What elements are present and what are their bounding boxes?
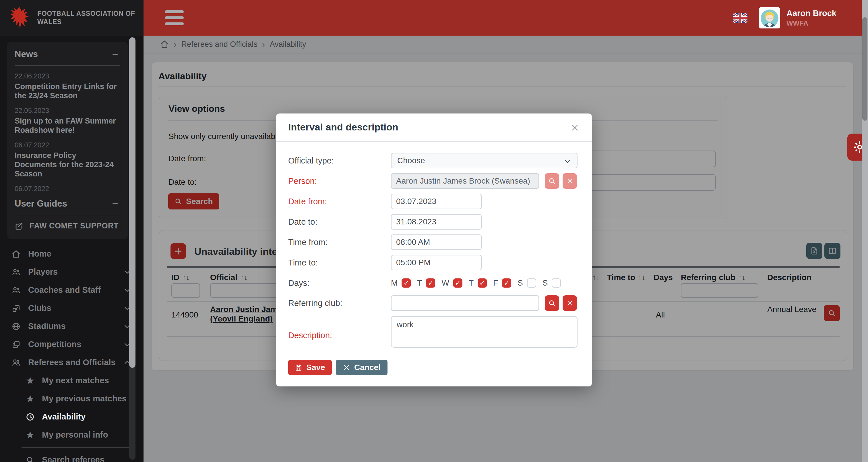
official-type-label: Official type: [288, 153, 334, 168]
sidebar-item-label: Competitions [28, 340, 116, 349]
collapse-icon[interactable] [111, 50, 120, 59]
referring-club-input[interactable] [391, 295, 539, 311]
globe-icon [11, 322, 21, 331]
clock-icon [26, 412, 34, 421]
window-scrollbar-thumb[interactable] [862, 17, 867, 121]
chevron-down-icon [564, 157, 571, 165]
description-textarea[interactable]: work [391, 316, 578, 348]
day-letter: S [518, 279, 523, 288]
sidebar-divider [22, 447, 135, 448]
day-checkbox-fri[interactable] [502, 279, 511, 288]
user-guides-panel: User Guides FAW COMET SUPPORT [7, 191, 128, 239]
day-checkbox-thu[interactable] [477, 279, 487, 288]
interval-description-modal: Interval and description Official type: … [276, 114, 592, 386]
user-menu[interactable]: Aaron Brock WWFA [759, 7, 836, 28]
sidebar-item-players[interactable]: Players [0, 263, 144, 281]
date-from-input[interactable] [391, 194, 482, 209]
day-checkbox-mon[interactable] [402, 279, 411, 288]
official-type-value: Choose [397, 156, 425, 165]
user-guides-title: User Guides [14, 199, 67, 209]
cancel-button[interactable]: Cancel [336, 360, 388, 375]
time-to-input[interactable] [391, 255, 482, 270]
header-bar: Aaron Brock WWFA [144, 0, 868, 36]
sidebar-item-search-referees[interactable]: Search referees [0, 451, 144, 462]
official-type-select[interactable]: Choose [391, 153, 578, 168]
org-name: FOOTBALL ASSOCIATION OF WALES [37, 9, 135, 26]
sidebar-item-availability[interactable]: Availability [0, 408, 144, 426]
user-org: WWFA [786, 19, 836, 27]
days-checkbox-group: M T W T F S S [391, 279, 564, 288]
person-clear-button[interactable] [563, 173, 577, 189]
news-item-date: 22.05.2023 [14, 107, 120, 115]
menu-toggle-button[interactable] [165, 10, 184, 25]
news-item-title[interactable]: Insurance Policy Documents for the 2023-… [14, 151, 120, 178]
time-from-label: Time from: [288, 234, 328, 250]
days-label: Days: [288, 279, 309, 288]
description-label: Description: [288, 327, 332, 343]
faw-comet-support-link[interactable]: FAW COMET SUPPORT [14, 222, 120, 230]
sidebar-subitem-label: My next matches [42, 376, 109, 385]
org-name-line2: WALES [37, 18, 135, 26]
news-item-date: 22.06.2023 [14, 72, 120, 80]
sidebar: News 22.06.2023 Competition Entry Links … [0, 36, 144, 462]
sidebar-item-my-next-matches[interactable]: ★ My next matches [0, 372, 144, 389]
search-icon [26, 456, 34, 462]
day-letter: M [391, 279, 398, 288]
sidebar-item-label: Coaches and Staff [28, 285, 116, 295]
top-header: FOOTBALL ASSOCIATION OF WALES [0, 0, 868, 36]
day-checkbox-wed[interactable] [453, 279, 462, 288]
day-checkbox-tue[interactable] [426, 279, 435, 288]
sidebar-scrollbar-thumb[interactable] [129, 37, 135, 368]
sidebar-item-label: Referees and Officials [28, 358, 116, 367]
time-from-input[interactable] [391, 234, 482, 250]
sidebar-item-coaches[interactable]: Coaches and Staff [0, 281, 144, 299]
day-checkbox-sat[interactable] [527, 279, 536, 288]
collapse-icon[interactable] [111, 199, 120, 209]
news-item-title[interactable]: Sign up to an FAW Summer Roadshow here! [14, 116, 120, 135]
referring-club-clear-button[interactable] [563, 295, 577, 311]
day-letter: T [417, 279, 422, 288]
day-letter: F [493, 279, 498, 288]
news-item-title[interactable]: Competition Entry Links for the 23/24 Se… [14, 82, 120, 100]
save-button[interactable]: Save [288, 360, 332, 375]
sidebar-item-clubs[interactable]: Clubs [0, 299, 144, 317]
sidebar-subitem-label: Availability [42, 412, 86, 422]
date-to-input[interactable] [391, 214, 482, 230]
day-letter: S [542, 279, 548, 288]
sidebar-item-my-personal-info[interactable]: ★ My personal info [0, 426, 144, 444]
close-icon[interactable] [569, 122, 580, 133]
home-icon [11, 250, 21, 259]
competitions-icon [11, 340, 21, 349]
days-row: Days: M T W T F S S [276, 279, 592, 288]
referring-club-search-button[interactable] [545, 295, 559, 311]
cancel-button-label: Cancel [354, 363, 381, 372]
date-to-label: Date to: [288, 214, 317, 230]
sidebar-item-my-previous-matches[interactable]: ★ My previous matches [0, 389, 144, 408]
time-to-label: Time to: [288, 255, 318, 270]
sidebar-subitem-label: My previous matches [42, 394, 127, 403]
sidebar-item-referees[interactable]: Referees and Officials [0, 353, 144, 372]
star-icon: ★ [26, 376, 34, 385]
person-input[interactable] [391, 173, 539, 189]
referring-club-label: Referring club: [288, 295, 342, 311]
faw-dragon-logo [8, 5, 30, 30]
cancel-x-icon [343, 364, 350, 371]
app-window: FOOTBALL ASSOCIATION OF WALES [0, 0, 868, 462]
user-info: Aaron Brock WWFA [786, 8, 836, 27]
user-avatar [759, 7, 780, 28]
modal-title: Interval and description [288, 121, 398, 133]
sidebar-item-stadiums[interactable]: Stadiums [0, 317, 144, 335]
clubs-icon [11, 304, 21, 313]
language-flag-icon[interactable] [733, 13, 747, 23]
faw-comet-support-label: FAW COMET SUPPORT [30, 222, 119, 230]
sidebar-item-competitions[interactable]: Competitions [0, 335, 144, 353]
sidebar-item-home[interactable]: Home [0, 245, 144, 263]
org-name-line1: FOOTBALL ASSOCIATION OF [37, 9, 135, 18]
person-search-button[interactable] [545, 173, 559, 189]
date-from-label: Date from: [288, 194, 327, 209]
header-brand: FOOTBALL ASSOCIATION OF WALES [0, 0, 144, 36]
person-label: Person: [288, 173, 317, 189]
sidebar-nav: Home Players Coaches and Staff [0, 245, 144, 462]
day-checkbox-sun[interactable] [552, 279, 561, 288]
header-right-group: Aaron Brock WWFA [733, 0, 836, 36]
